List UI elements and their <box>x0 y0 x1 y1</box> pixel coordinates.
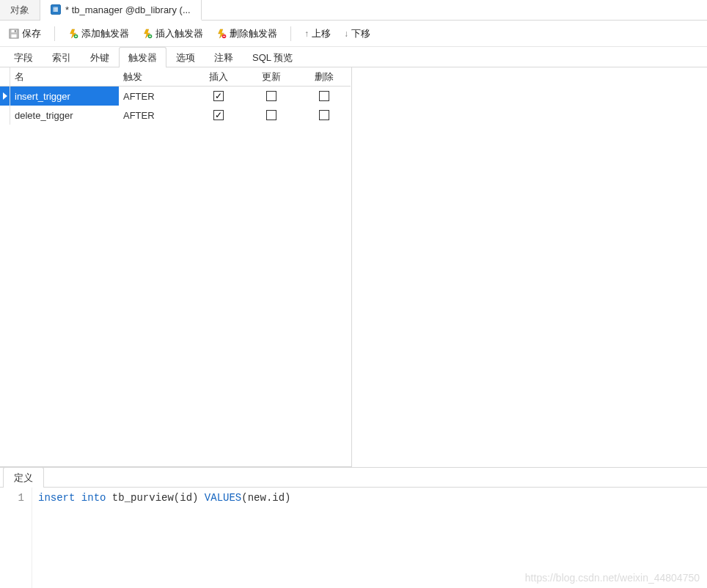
cell-fire-text: AFTER <box>123 110 155 121</box>
tab-foreign-keys[interactable]: 外键 <box>81 47 119 67</box>
definition-tabbar: 定义 <box>0 468 707 488</box>
tab-indexes[interactable]: 索引 <box>43 47 81 67</box>
sql-code[interactable]: insert into tb_purview(id) VALUES(new.id… <box>32 488 291 588</box>
tab-editor-label: * tb_manager @db_library (... <box>65 4 191 15</box>
save-button[interactable]: 保存 <box>6 26 44 42</box>
add-trigger-button[interactable]: 添加触发器 <box>65 26 132 42</box>
sql-editor[interactable]: 1 insert into tb_purview(id) VALUES(new.… <box>0 488 707 588</box>
checkbox-update[interactable] <box>266 110 276 120</box>
cell-fire[interactable]: AFTER <box>119 87 192 106</box>
delete-trigger-label: 删除触发器 <box>230 27 277 40</box>
tab-definition[interactable]: 定义 <box>3 467 44 488</box>
checkbox-insert[interactable] <box>213 110 224 120</box>
tab-triggers-label: 触发器 <box>128 52 157 63</box>
move-down-button[interactable]: ↓ 下移 <box>341 26 373 42</box>
cell-name[interactable]: delete_trigger <box>10 106 119 125</box>
col-fire[interactable]: 触发 <box>119 67 192 87</box>
grid-header-row: 名 触发 插入 更新 删除 <box>0 67 351 87</box>
insert-trigger-button[interactable]: 插入触发器 <box>139 26 206 42</box>
checkbox-delete[interactable] <box>319 91 329 101</box>
cell-name-text: insert_trigger <box>15 91 70 102</box>
line-gutter: 1 <box>0 488 32 588</box>
tab-sql-preview[interactable]: SQL 预览 <box>243 47 302 67</box>
move-up-label: 上移 <box>312 27 331 40</box>
grid-header-rowhead <box>0 67 10 87</box>
tab-options-label: 选项 <box>176 52 195 63</box>
sql-tail: (new.id) <box>241 492 290 504</box>
col-insert[interactable]: 插入 <box>192 67 245 87</box>
delete-trigger-button[interactable]: 删除触发器 <box>213 26 280 42</box>
tab-fields[interactable]: 字段 <box>4 47 43 67</box>
current-row-icon <box>3 92 7 100</box>
kw-values: VALUES <box>205 492 241 504</box>
bolt-delete-icon <box>216 29 227 39</box>
triggers-grid-area: 名 触发 插入 更新 删除 insert_trigger AFTER delet… <box>0 67 707 467</box>
cell-update[interactable] <box>245 87 298 106</box>
svg-rect-3 <box>15 30 16 32</box>
tab-editor[interactable]: ▦ * tb_manager @db_library (... <box>40 0 202 21</box>
cell-insert[interactable] <box>192 87 245 106</box>
tab-comment[interactable]: 注释 <box>205 47 243 67</box>
bolt-insert-icon <box>142 29 153 39</box>
triggers-grid: 名 触发 插入 更新 删除 insert_trigger AFTER delet… <box>0 67 352 467</box>
sql-table: tb_purview(id) <box>106 492 204 504</box>
tab-definition-label: 定义 <box>14 472 33 483</box>
save-label: 保存 <box>22 27 41 40</box>
cell-insert[interactable] <box>192 106 245 125</box>
col-update[interactable]: 更新 <box>245 67 298 87</box>
kw-into: into <box>81 492 106 504</box>
cell-name[interactable]: insert_trigger <box>10 87 119 106</box>
save-icon <box>9 29 19 39</box>
insert-trigger-label: 插入触发器 <box>155 27 203 40</box>
row-indicator <box>0 106 10 125</box>
definition-panel: 定义 1 insert into tb_purview(id) VALUES(n… <box>0 467 707 588</box>
cell-delete[interactable] <box>298 87 351 106</box>
col-delete-label: 删除 <box>315 70 334 84</box>
designer-tabbar: 字段 索引 外键 触发器 选项 注释 SQL 预览 <box>0 47 707 67</box>
checkbox-insert[interactable] <box>213 91 224 101</box>
col-name-label: 名 <box>15 70 24 84</box>
tab-sqlpreview-label: SQL 预览 <box>252 52 293 63</box>
svg-rect-2 <box>12 34 17 37</box>
move-down-label: 下移 <box>351 27 370 40</box>
arrow-up-icon: ↑ <box>304 29 309 39</box>
checkbox-update[interactable] <box>266 91 276 101</box>
cell-fire[interactable]: AFTER <box>119 106 192 125</box>
arrow-down-icon: ↓ <box>344 29 348 39</box>
col-name[interactable]: 名 <box>10 67 119 87</box>
col-delete[interactable]: 删除 <box>298 67 351 87</box>
tab-fks-label: 外键 <box>90 52 109 63</box>
separator <box>290 26 291 41</box>
row-indicator <box>0 87 10 106</box>
cell-delete[interactable] <box>298 106 351 125</box>
cell-name-text: delete_trigger <box>15 110 73 121</box>
col-update-label: 更新 <box>262 70 281 84</box>
tab-fields-label: 字段 <box>14 52 33 63</box>
document-tabbar: 对象 ▦ * tb_manager @db_library (... <box>0 0 707 21</box>
table-icon: ▦ <box>51 4 61 15</box>
move-up-button[interactable]: ↑ 上移 <box>301 26 334 42</box>
table-row[interactable]: insert_trigger AFTER <box>0 87 351 106</box>
table-row[interactable]: delete_trigger AFTER <box>0 106 351 125</box>
tab-triggers[interactable]: 触发器 <box>119 47 166 67</box>
tab-comment-label: 注释 <box>214 52 233 63</box>
bolt-add-icon <box>68 29 78 39</box>
cell-fire-text: AFTER <box>123 91 155 102</box>
tab-objects-label: 对象 <box>10 4 29 17</box>
col-fire-label: 触发 <box>123 70 142 84</box>
tab-indexes-label: 索引 <box>52 52 71 63</box>
separator <box>54 26 55 41</box>
tab-options[interactable]: 选项 <box>166 47 205 67</box>
checkbox-delete[interactable] <box>319 110 329 120</box>
line-number: 1 <box>18 492 24 504</box>
col-insert-label: 插入 <box>209 70 228 84</box>
toolbar: 保存 添加触发器 插入触发器 删除触发器 ↑ 上移 ↓ 下移 <box>0 21 707 47</box>
kw-insert: insert <box>38 492 75 504</box>
add-trigger-label: 添加触发器 <box>81 27 129 40</box>
cell-update[interactable] <box>245 106 298 125</box>
tab-objects[interactable]: 对象 <box>0 0 40 20</box>
grid-empty-area <box>352 67 707 467</box>
